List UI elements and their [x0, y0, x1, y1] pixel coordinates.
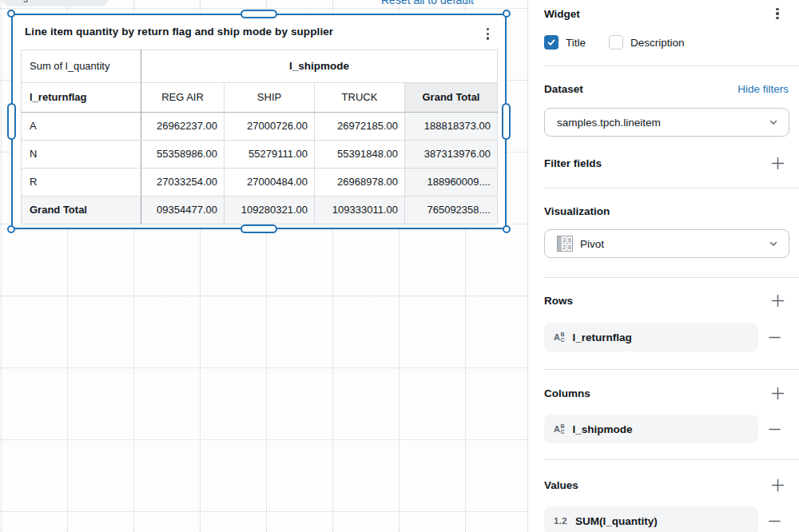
pivot-value-cell: 26968978.00	[315, 168, 405, 196]
dataset-heading: Dataset	[544, 83, 583, 95]
row-field-label: l_returnflag	[573, 332, 632, 343]
remove-value-field-button[interactable]	[765, 512, 783, 530]
filter-chip-label: Segment: BUILDING	[11, 0, 100, 2]
pivot-value-cell: 26962237.00	[141, 112, 225, 140]
pivot-table-row: Grand Total09354477.00109280321.00109333…	[22, 196, 498, 224]
grid-line	[0, 8, 527, 9]
visualization-select[interactable]: 3628 Pivot	[544, 229, 789, 258]
pivot-corner-cell: Sum of l_quantity	[22, 50, 141, 82]
reset-all-link[interactable]: Reset all to default	[381, 0, 474, 6]
chevron-down-icon	[768, 238, 779, 249]
dashboard-canvas[interactable]: Segment: BUILDING Reset all to default L…	[0, 0, 527, 532]
resize-handle-nw[interactable]	[7, 10, 15, 18]
pivot-table-row: R27033254.0027000484.0026968978.00188960…	[22, 168, 498, 196]
pivot-value-cell: 188960009....	[405, 168, 498, 196]
plus-icon	[770, 293, 785, 308]
pivot-column-header: Grand Total	[405, 82, 498, 112]
panel-widget-heading: Widget	[544, 8, 580, 20]
chevron-down-icon	[768, 117, 779, 128]
value-field-label: SUM(l_quantity)	[575, 515, 658, 527]
columns-heading: Columns	[544, 387, 590, 399]
widget-title: Line item quantity by return flag and sh…	[25, 26, 333, 38]
pivot-widget[interactable]: Line item quantity by return flag and sh…	[11, 14, 507, 229]
pivot-value-cell: 188818373.00	[405, 112, 498, 140]
add-column-field-button[interactable]	[769, 384, 786, 402]
resize-handle-left[interactable]	[7, 103, 16, 140]
pivot-table: Sum of l_quantityl_shipmodel_returnflagR…	[21, 50, 498, 224]
grid-line	[0, 296, 527, 296]
remove-row-field-button[interactable]	[765, 328, 783, 346]
pivot-table-row: A26962237.0027000726.0026972185.00188818…	[22, 112, 498, 140]
add-filter-field-button[interactable]	[769, 154, 786, 172]
divider	[544, 369, 799, 370]
filter-fields-heading: Filter fields	[544, 157, 602, 169]
pivot-value-cell: 55358986.00	[141, 140, 225, 168]
plus-icon	[770, 156, 785, 171]
panel-menu-icon[interactable]	[769, 5, 786, 22]
pivot-row-label: R	[22, 168, 141, 196]
values-heading: Values	[544, 479, 578, 491]
grid-line	[0, 511, 527, 512]
check-icon	[547, 38, 556, 47]
title-checkbox[interactable]	[544, 35, 559, 50]
widget-menu-icon[interactable]	[482, 26, 494, 42]
column-field-pill[interactable]: ABC l_shipmode	[544, 415, 758, 443]
value-field-pill[interactable]: 1.2 SUM(l_quantity)	[544, 506, 758, 532]
dataset-select-value: samples.tpch.lineitem	[557, 117, 768, 129]
grid-line	[0, 439, 527, 440]
dataset-select[interactable]: samples.tpch.lineitem	[544, 108, 789, 137]
pivot-column-group-header: l_shipmode	[141, 50, 498, 82]
grid-line	[0, 367, 527, 368]
divider	[544, 459, 799, 460]
pivot-value-cell: 27000726.00	[225, 112, 315, 140]
minus-icon	[768, 331, 781, 344]
hide-filters-link[interactable]: Hide filters	[737, 83, 789, 95]
pivot-value-cell: 55279111.00	[225, 140, 315, 168]
pivot-viz-icon: 3628	[557, 236, 573, 252]
divider	[544, 66, 799, 66]
pivot-value-cell: 387313976.00	[405, 140, 498, 168]
visualization-heading: Visualization	[544, 205, 610, 217]
pivot-column-header: SHIP	[225, 82, 315, 112]
minus-icon	[768, 514, 781, 528]
pivot-table-row: N55358986.0055279111.0055391848.00387313…	[22, 140, 498, 168]
divider	[544, 277, 799, 278]
pivot-value-cell: 765092358....	[405, 196, 498, 224]
resize-handle-right[interactable]	[502, 103, 511, 140]
minus-icon	[768, 423, 781, 436]
resize-handle-ne[interactable]	[503, 10, 511, 18]
pivot-value-cell: 109280321.00	[225, 196, 315, 224]
pivot-value-cell: 27000484.00	[225, 168, 315, 196]
resize-handle-sw[interactable]	[7, 225, 15, 233]
add-row-field-button[interactable]	[769, 292, 786, 309]
pivot-value-cell: 09354477.00	[141, 196, 225, 224]
pivot-row-label: Grand Total	[22, 196, 141, 224]
number-type-icon: 1.2	[554, 516, 567, 526]
pivot-value-cell: 55391848.00	[315, 140, 405, 168]
remove-column-field-button[interactable]	[765, 420, 783, 438]
plus-icon	[770, 478, 785, 493]
pivot-value-cell: 27033254.00	[141, 168, 225, 196]
filter-chip-segment[interactable]: Segment: BUILDING	[2, 0, 109, 6]
row-field-pill[interactable]: ABC l_returnflag	[544, 323, 758, 351]
resize-handle-bottom[interactable]	[240, 224, 277, 233]
pivot-value-cell: 109333011.00	[315, 196, 405, 224]
column-field-label: l_shipmode	[573, 423, 633, 435]
description-checkbox-label: Description	[630, 37, 685, 49]
pivot-value-cell: 26972185.00	[315, 112, 405, 140]
pivot-column-header: TRUCK	[315, 82, 405, 112]
resize-handle-se[interactable]	[503, 225, 511, 233]
resize-handle-top[interactable]	[240, 10, 277, 18]
divider	[544, 188, 799, 189]
string-type-icon: ABC	[554, 332, 565, 343]
visualization-select-value: Pivot	[580, 238, 768, 250]
title-checkbox-label: Title	[566, 37, 586, 49]
widget-config-panel: Widget Title Description Dataset Hide fi…	[527, 0, 799, 532]
rows-heading: Rows	[544, 295, 573, 307]
pivot-row-label: N	[22, 140, 141, 168]
string-type-icon: ABC	[554, 423, 565, 435]
description-checkbox[interactable]	[609, 35, 623, 50]
pivot-column-header: REG AIR	[141, 82, 225, 112]
pivot-row-header: l_returnflag	[22, 82, 141, 112]
add-value-field-button[interactable]	[769, 476, 786, 494]
